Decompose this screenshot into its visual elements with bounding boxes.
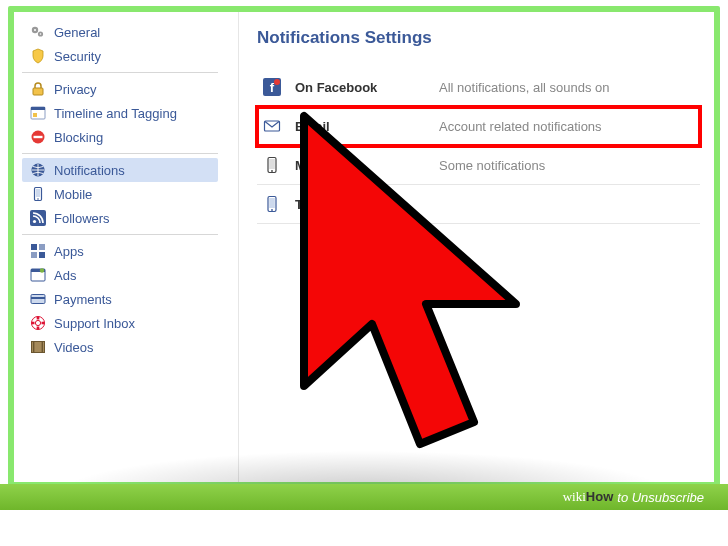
sidebar-item-notifications[interactable]: Notifications xyxy=(22,158,218,182)
row-name: Email xyxy=(295,119,425,134)
sidebar-group-privacy: Privacy Timeline and Tagging Blocking xyxy=(22,73,218,154)
sidebar-item-ads[interactable]: Ads xyxy=(22,263,218,287)
svg-rect-7 xyxy=(33,113,37,117)
sidebar-item-label: Privacy xyxy=(54,82,212,97)
globe-icon xyxy=(30,162,46,178)
mobile-icon xyxy=(30,186,46,202)
svg-rect-4 xyxy=(33,88,43,95)
mobile-icon xyxy=(263,156,281,174)
svg-rect-6 xyxy=(31,107,45,110)
film-icon xyxy=(30,339,46,355)
card-icon xyxy=(30,291,46,307)
apps-icon xyxy=(30,243,46,259)
svg-rect-18 xyxy=(31,252,37,258)
svg-point-3 xyxy=(40,33,42,35)
sidebar-item-label: Timeline and Tagging xyxy=(54,106,212,121)
timeline-icon xyxy=(30,105,46,121)
svg-point-15 xyxy=(33,220,36,223)
svg-point-36 xyxy=(271,170,273,172)
svg-rect-24 xyxy=(31,297,45,299)
lifebuoy-icon xyxy=(30,315,46,331)
wikihow-footer: wikiHow to Unsubscribe xyxy=(0,484,728,510)
sidebar: General Security Privacy xyxy=(22,16,218,363)
row-text-message[interactable]: Text message xyxy=(257,185,700,224)
row-name: Text message xyxy=(295,197,425,212)
sidebar-item-blocking[interactable]: Blocking xyxy=(22,125,218,149)
main-panel: Notifications Settings f On Facebook All… xyxy=(238,12,714,482)
svg-rect-9 xyxy=(34,136,43,138)
sidebar-item-security[interactable]: Security xyxy=(22,44,218,68)
sidebar-item-label: Apps xyxy=(54,244,212,259)
lock-icon xyxy=(30,81,46,97)
svg-rect-28 xyxy=(33,342,34,353)
sidebar-item-label: Blocking xyxy=(54,130,212,145)
sidebar-item-videos[interactable]: Videos xyxy=(22,335,218,359)
row-name: Mobile xyxy=(295,158,425,173)
sidebar-item-label: Ads xyxy=(54,268,212,283)
svg-rect-38 xyxy=(269,198,275,208)
facebook-icon: f xyxy=(263,78,281,96)
page-title: Notifications Settings xyxy=(257,28,700,48)
row-email[interactable]: Email Account related notifications xyxy=(257,107,700,146)
sidebar-item-support[interactable]: Support Inbox xyxy=(22,311,218,335)
svg-rect-12 xyxy=(36,189,40,197)
row-mobile[interactable]: Mobile Some notifications xyxy=(257,146,700,185)
svg-rect-17 xyxy=(39,244,45,250)
row-desc: All notifications, all sounds on xyxy=(439,80,694,95)
sidebar-item-label: General xyxy=(54,25,212,40)
svg-rect-29 xyxy=(42,342,43,353)
sidebar-item-apps[interactable]: Apps xyxy=(22,239,218,263)
mail-icon xyxy=(263,117,281,135)
brand-how: How xyxy=(586,489,613,505)
svg-point-26 xyxy=(35,320,40,325)
svg-rect-16 xyxy=(31,244,37,250)
sidebar-item-label: Support Inbox xyxy=(54,316,212,331)
sidebar-group-notifications: Notifications Mobile Followers xyxy=(22,154,218,235)
svg-point-22 xyxy=(40,268,44,272)
article-title: to Unsubscribe xyxy=(617,490,704,505)
row-on-facebook[interactable]: f On Facebook All notifications, all sou… xyxy=(257,68,700,107)
ads-icon xyxy=(30,267,46,283)
gear-icon xyxy=(30,24,46,40)
sidebar-item-label: Security xyxy=(54,49,212,64)
row-name: On Facebook xyxy=(295,80,425,95)
sidebar-group-apps: Apps Ads Payments xyxy=(22,235,218,363)
sidebar-item-timeline[interactable]: Timeline and Tagging xyxy=(22,101,218,125)
row-desc: Some notifications xyxy=(439,158,694,173)
sidebar-item-label: Videos xyxy=(54,340,212,355)
svg-point-39 xyxy=(271,209,273,211)
svg-rect-19 xyxy=(39,252,45,258)
screenshot-frame: General Security Privacy xyxy=(8,6,720,488)
svg-rect-35 xyxy=(269,159,275,169)
sidebar-item-mobile[interactable]: Mobile xyxy=(22,182,218,206)
sidebar-item-label: Followers xyxy=(54,211,212,226)
rss-icon xyxy=(30,210,46,226)
sidebar-item-label: Payments xyxy=(54,292,212,307)
sidebar-item-label: Notifications xyxy=(54,163,212,178)
settings-page: General Security Privacy xyxy=(14,12,714,482)
sidebar-group-account: General Security xyxy=(22,16,218,73)
block-icon xyxy=(30,129,46,145)
svg-point-13 xyxy=(37,198,39,200)
shield-icon xyxy=(30,48,46,64)
sidebar-item-payments[interactable]: Payments xyxy=(22,287,218,311)
sms-icon xyxy=(263,195,281,213)
brand-wiki: wiki xyxy=(563,489,586,505)
sidebar-item-privacy[interactable]: Privacy xyxy=(22,77,218,101)
sidebar-item-general[interactable]: General xyxy=(22,20,218,44)
svg-point-32 xyxy=(274,79,280,85)
row-desc: Account related notifications xyxy=(439,119,694,134)
svg-point-2 xyxy=(34,29,36,31)
sidebar-item-label: Mobile xyxy=(54,187,212,202)
sidebar-item-followers[interactable]: Followers xyxy=(22,206,218,230)
